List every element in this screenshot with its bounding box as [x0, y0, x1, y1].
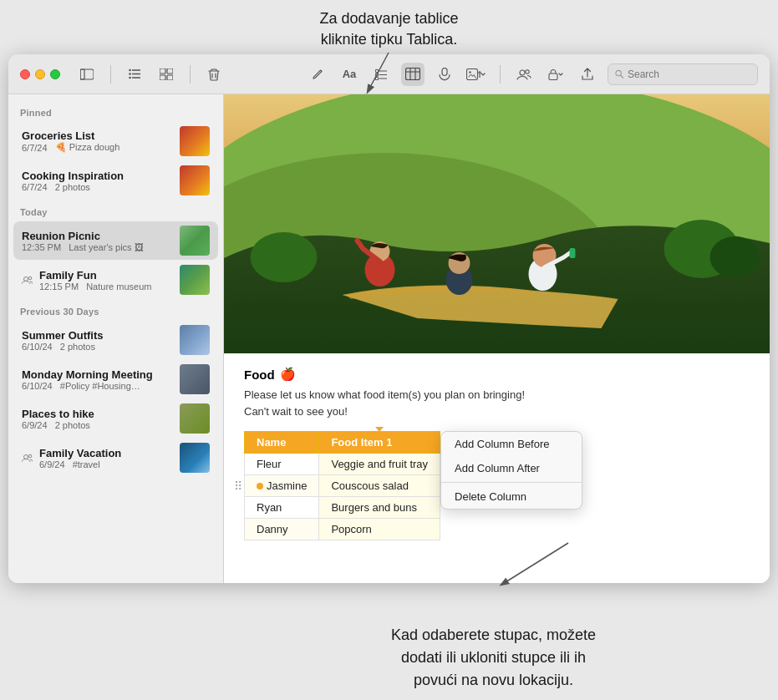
notes-window: Aa [8, 54, 770, 583]
svg-point-19 [375, 77, 379, 80]
hero-image [224, 94, 770, 353]
table-cell-food[interactable]: Couscous salad [319, 475, 440, 497]
table-cell-name[interactable]: Fleur [245, 454, 319, 475]
close-button[interactable] [20, 69, 30, 79]
sidebar-item-family-fun[interactable]: Family Fun 12:15 PM Nature museum [13, 261, 218, 299]
search-input[interactable] [628, 68, 750, 80]
content-area: Pinned Groceries List 6/7/24 🍕 Pizza dou… [8, 94, 770, 583]
svg-point-9 [129, 73, 131, 75]
table-cell-food[interactable]: Popcorn [319, 519, 440, 540]
table-cell-name[interactable]: Ryan [245, 497, 319, 519]
compose-button[interactable] [306, 63, 329, 86]
sidebar-toggle-button[interactable] [75, 63, 99, 86]
media-button[interactable] [465, 63, 488, 86]
note-body: Food 🍎 Please let us know what food item… [224, 353, 770, 557]
sidebar: Pinned Groceries List 6/7/24 🍕 Pizza dou… [8, 94, 224, 583]
share-button[interactable] [576, 63, 599, 86]
sidebar-item-family-fun-sub: 12:15 PM Nature museum [39, 282, 173, 292]
sidebar-item-summer[interactable]: Summer Outfits 6/10/24 2 photos [13, 321, 218, 359]
table-row: RyanBurgers and buns [245, 497, 440, 519]
audio-button[interactable] [433, 63, 456, 86]
svg-rect-11 [160, 68, 165, 74]
sidebar-item-reunion-title: Reunion Picnic [22, 230, 173, 242]
minimize-button[interactable] [35, 69, 45, 79]
titlebar: Aa [8, 54, 770, 94]
sidebar-item-hike-sub: 6/9/24 2 photos [22, 420, 173, 430]
sidebar-item-summer-text: Summer Outfits 6/10/24 2 photos [22, 329, 173, 352]
svg-rect-14 [167, 75, 173, 80]
sidebar-item-cooking-sub: 6/7/24 2 photos [22, 182, 173, 192]
table-row: FleurVeggie and fruit tray [245, 454, 440, 475]
svg-point-10 [129, 77, 131, 79]
column-indicator [375, 427, 384, 432]
sidebar-item-cooking-text: Cooking Inspiration 6/7/24 2 photos [22, 170, 173, 192]
table-header-food[interactable]: Food Item 1 [319, 432, 440, 454]
gallery-view-button[interactable] [155, 63, 178, 86]
table-cell-name[interactable]: Jasmine [245, 475, 319, 497]
svg-point-39 [28, 454, 32, 458]
sidebar-item-family-fun-text: Family Fun 12:15 PM Nature museum [39, 269, 173, 292]
context-menu: Add Column Before Add Column After Delet… [440, 431, 582, 510]
today-section-label: Today [8, 200, 223, 221]
svg-point-8 [129, 69, 131, 72]
svg-rect-49 [570, 248, 576, 258]
sidebar-item-vacation-sub: 6/9/24 #travel [39, 459, 173, 469]
delete-button[interactable] [202, 63, 226, 86]
collaborate-button[interactable] [512, 63, 536, 86]
sidebar-item-meeting-title: Monday Morning Meeting [22, 368, 173, 381]
svg-rect-13 [160, 75, 165, 80]
context-menu-add-before[interactable]: Add Column Before [441, 432, 582, 456]
sidebar-item-hike[interactable]: Places to hike 6/9/24 2 photos [13, 399, 218, 438]
note-body-text: Please let us know what food item(s) you… [244, 387, 750, 419]
table-cell-food[interactable]: Burgers and buns [319, 497, 440, 519]
sidebar-item-groceries-sub: 6/7/24 🍕 Pizza dough [22, 142, 173, 153]
font-button[interactable]: Aa [338, 63, 361, 86]
sidebar-item-family-fun-title: Family Fun [39, 269, 173, 282]
checklist-button[interactable] [369, 63, 393, 86]
note-title-emoji: 🍎 [280, 367, 296, 382]
sidebar-item-groceries-thumb [180, 126, 210, 156]
search-box[interactable] [608, 63, 758, 85]
sidebar-item-cooking[interactable]: Cooking Inspiration 6/7/24 2 photos [13, 161, 218, 200]
sidebar-item-vacation[interactable]: Family Vacation 6/9/24 #travel [13, 439, 218, 477]
svg-point-32 [526, 69, 529, 73]
svg-point-31 [520, 70, 525, 75]
sidebar-item-groceries-text: Groceries List 6/7/24 🍕 Pizza dough [22, 129, 173, 153]
table-row: DannyPopcorn [245, 519, 440, 540]
table-cell-food[interactable]: Veggie and fruit tray [319, 454, 440, 475]
svg-point-15 [375, 69, 379, 73]
sidebar-item-reunion-sub: 12:35 PM Last year's pics 🖼 [22, 242, 173, 252]
note-title: Food [244, 368, 275, 382]
table-drag-handle[interactable]: ⠿ [234, 479, 242, 493]
maximize-button[interactable] [50, 69, 60, 79]
table-button[interactable] [401, 63, 425, 86]
separator-1 [110, 65, 111, 84]
annotation-top: Za dodavanje tablicekliknite tipku Tabli… [0, 8, 778, 50]
separator-3 [500, 65, 501, 84]
context-menu-delete[interactable]: Delete Column [441, 484, 582, 509]
svg-point-17 [375, 73, 379, 76]
sidebar-item-cooking-title: Cooking Inspiration [22, 170, 173, 182]
list-view-button[interactable] [123, 63, 146, 86]
note-table: Name Food Item 1 FleurVeggie and fruit t… [244, 431, 440, 540]
separator-2 [190, 65, 191, 84]
context-menu-divider [441, 482, 582, 483]
svg-point-34 [616, 70, 621, 75]
svg-point-28 [469, 71, 470, 73]
row-marker [257, 483, 263, 489]
svg-point-38 [24, 454, 28, 459]
sidebar-item-hike-text: Places to hike 6/9/24 2 photos [22, 408, 173, 430]
sidebar-item-meeting-text: Monday Morning Meeting 6/10/24 #Policy #… [22, 368, 173, 391]
sidebar-item-meeting[interactable]: Monday Morning Meeting 6/10/24 #Policy #… [13, 360, 218, 398]
sidebar-item-reunion[interactable]: Reunion Picnic 12:35 PM Last year's pics… [13, 221, 218, 260]
sidebar-item-groceries[interactable]: Groceries List 6/7/24 🍕 Pizza dough [13, 122, 218, 160]
sidebar-item-hike-title: Places to hike [22, 408, 173, 420]
table-cell-name[interactable]: Danny [245, 519, 319, 540]
svg-rect-21 [406, 68, 420, 80]
svg-point-37 [28, 276, 32, 280]
svg-rect-3 [80, 69, 84, 79]
lock-button[interactable] [544, 63, 567, 86]
context-menu-add-after[interactable]: Add Column After [441, 456, 582, 480]
table-header-name[interactable]: Name [245, 432, 319, 454]
sidebar-item-summer-title: Summer Outfits [22, 329, 173, 342]
